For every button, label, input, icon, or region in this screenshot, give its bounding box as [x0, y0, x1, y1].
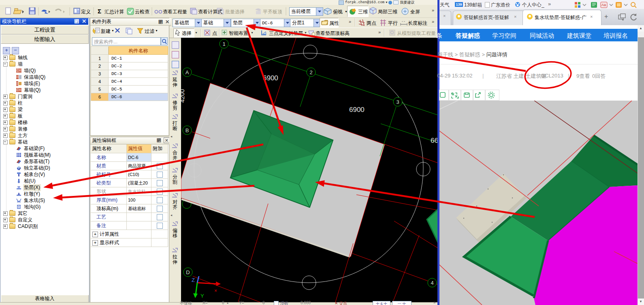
svg-text:1: 1: [222, 41, 225, 47]
svg-text:4: 4: [431, 280, 433, 286]
svg-text:4200: 4200: [181, 89, 186, 103]
svg-text:Z: Z: [192, 277, 195, 283]
svg-text:D: D: [186, 269, 190, 275]
svg-text:3: 3: [396, 99, 399, 105]
svg-text:Aa: Aa: [601, 3, 606, 7]
svg-text:B: B: [186, 127, 189, 133]
svg-text:6900: 6900: [263, 74, 278, 82]
svg-text:×: ×: [214, 288, 217, 294]
svg-text:660: 660: [431, 137, 437, 144]
svg-text:2: 2: [309, 69, 312, 75]
svg-text:A: A: [186, 69, 189, 75]
svg-text:Y: Y: [200, 293, 204, 299]
svg-text:6900: 6900: [349, 106, 365, 114]
